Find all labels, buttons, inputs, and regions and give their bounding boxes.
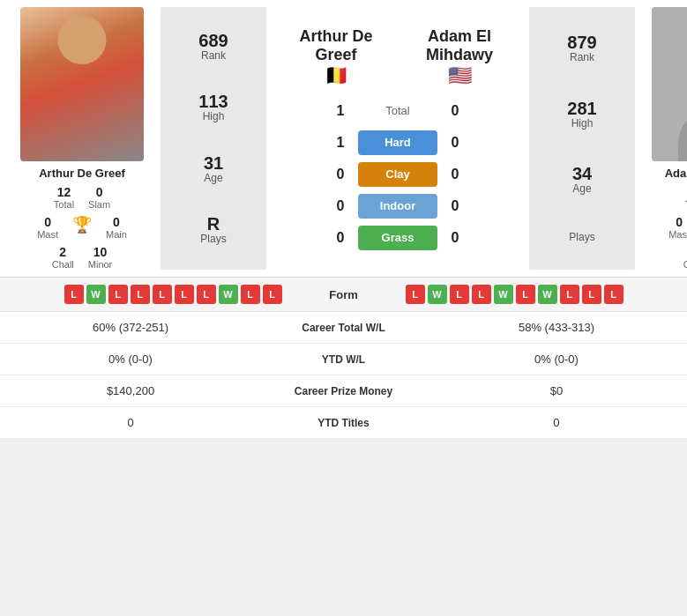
player1-rank-label: Rank [201, 49, 226, 62]
stats-row: 0YTD Titles0 [0, 407, 687, 439]
player2-form-badge: W [538, 285, 557, 304]
player1-stats-row2: 0 Mast 🏆 0 Main [7, 215, 157, 240]
stat-right-0: 58% (433-313) [426, 312, 687, 344]
top-section: Arthur De Greef 12 Total 0 Slam 0 Mast 🏆 [0, 0, 687, 277]
player1-total-label: Total [54, 199, 74, 210]
stat-center-0: Career Total W/L [261, 312, 426, 344]
player1-main-cell: 0 Main [106, 215, 127, 240]
player2-form-badge: L [516, 285, 535, 304]
form-label: Form [291, 288, 397, 301]
player1-rank-panel: 689 Rank 113 High 31 Age R Plays [161, 7, 266, 270]
clay-p1: 0 [323, 167, 358, 182]
player1-trophy-cell: 🏆 [72, 215, 92, 240]
player1-high-label: High [203, 110, 225, 122]
player1-chall-cell: 2 Chall [52, 245, 74, 270]
player1-mast-value: 0 [44, 215, 51, 229]
player2-flag: 🇺🇸 [448, 64, 472, 87]
player1-trophy-icon: 🏆 [72, 215, 92, 234]
player2-name-label: Adam El Mihdawy [665, 167, 687, 180]
player2-form-badge: L [560, 285, 579, 304]
player2-panel: Adam El Mihdawy 14 Total 0 Slam 0 Mast 🏆 [638, 7, 687, 270]
player2-high-value: 281 [567, 100, 596, 117]
player2-age-stat: 34 Age [572, 165, 592, 195]
player2-name-flag: Adam ElMihdawy 🇺🇸 [398, 27, 521, 87]
player2-rank-label: Rank [570, 51, 594, 63]
player1-plays-value: R [207, 215, 220, 233]
player1-form-badge: L [175, 285, 194, 304]
player1-form-badge: L [64, 285, 84, 304]
player1-rank-stat: 689 Rank [198, 32, 228, 62]
grass-p2: 0 [437, 230, 473, 246]
player2-photo [652, 7, 687, 161]
player1-slam-value: 0 [96, 185, 103, 199]
player2-stats-row1: 14 Total 0 Slam [638, 185, 687, 210]
stat-center-3: YTD Titles [261, 407, 426, 439]
player2-high-stat: 281 High [567, 100, 596, 130]
player1-main-value: 0 [113, 215, 120, 229]
stat-center-2: Career Prize Money [261, 375, 426, 407]
stats-row: 60% (372-251)Career Total W/L58% (433-31… [0, 312, 687, 344]
player2-plays-stat: Plays [569, 231, 594, 243]
hard-p2: 0 [437, 135, 473, 151]
player1-name-center: Arthur DeGreef [274, 27, 398, 64]
stat-left-1: 0% (0-0) [0, 344, 261, 375]
clay-badge: Clay [358, 162, 437, 187]
player1-stats-row3: 2 Chall 10 Minor [7, 245, 157, 270]
player2-chall-label: Chall [683, 259, 687, 270]
total-p2: 0 [437, 103, 473, 119]
main-wrapper: Arthur De Greef 12 Total 0 Slam 0 Mast 🏆 [0, 0, 687, 438]
player1-mast-label: Mast [37, 229, 58, 240]
player2-name-center: Adam ElMihdawy [398, 27, 521, 64]
player2-form-badge: L [406, 285, 425, 304]
bottom-stats-table: 60% (372-251)Career Total W/L58% (433-31… [0, 311, 687, 438]
center-comparison: Arthur DeGreef 🇧🇪 Adam ElMihdawy 🇺🇸 1 To… [270, 7, 526, 270]
stat-left-2: $140,200 [0, 375, 261, 407]
indoor-p2: 0 [437, 198, 473, 214]
player2-rank-stat: 879 Rank [567, 33, 596, 63]
player1-flag: 🇧🇪 [325, 64, 348, 87]
player1-age-label: Age [204, 172, 222, 184]
grass-row: 0 Grass 0 [274, 226, 521, 250]
player1-high-value: 113 [198, 93, 228, 110]
player2-form-badge: W [428, 285, 447, 304]
stat-left-0: 60% (372-251) [0, 312, 261, 344]
player1-form-badge: L [131, 285, 150, 304]
player1-age-value: 31 [204, 154, 223, 172]
stat-right-1: 0% (0-0) [426, 344, 687, 375]
hard-row: 1 Hard 0 [274, 130, 521, 155]
player1-plays-stat: R Plays [200, 215, 226, 245]
hard-badge: Hard [358, 130, 437, 155]
player1-chall-value: 2 [59, 245, 66, 259]
player1-form: LWLLLLLWLL [9, 285, 282, 304]
player1-chall-label: Chall [52, 259, 74, 270]
player1-form-badge: L [153, 285, 172, 304]
player2-mast-value: 0 [676, 215, 683, 229]
total-p1: 1 [323, 103, 358, 119]
indoor-badge: Indoor [358, 194, 437, 219]
total-badge: Total [358, 99, 437, 123]
player1-slam-cell: 0 Slam [88, 185, 110, 210]
player2-form-badge: L [582, 285, 601, 304]
player1-form-badge: L [241, 285, 260, 304]
clay-row: 0 Clay 0 [274, 162, 521, 187]
player2-form: LWLLWLWLLL [406, 285, 679, 304]
player1-plays-label: Plays [200, 233, 226, 245]
player2-age-value: 34 [572, 165, 592, 182]
player1-age-stat: 31 Age [204, 154, 223, 184]
indoor-p1: 0 [323, 198, 358, 214]
player1-panel: Arthur De Greef 12 Total 0 Slam 0 Mast 🏆 [7, 7, 157, 270]
player1-form-badge: L [108, 285, 128, 304]
player1-rank-value: 689 [198, 32, 228, 49]
player1-form-badge: L [263, 285, 282, 304]
stat-center-1: YTD W/L [261, 344, 426, 375]
player2-mast-label: Mast [668, 229, 687, 240]
form-section: LWLLLLLWLL Form LWLLWLWLLL [0, 277, 687, 311]
player1-minor-label: Minor [88, 259, 113, 270]
total-row: 1 Total 0 [274, 99, 521, 123]
player2-stats-row3: 0 Chall 14 Minor [638, 245, 687, 270]
player2-form-badge: L [450, 285, 469, 304]
player1-high-stat: 113 High [198, 93, 228, 122]
player1-name-label: Arthur De Greef [39, 167, 125, 180]
player1-form-badge: W [86, 285, 106, 304]
player2-rank-panel: 879 Rank 281 High 34 Age Plays [529, 7, 635, 270]
